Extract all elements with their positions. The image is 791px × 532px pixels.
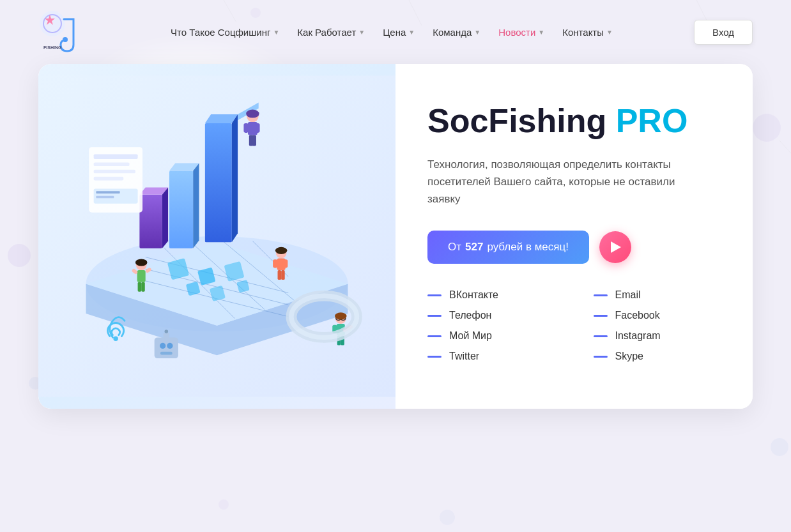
cta-prefix: От <box>448 241 461 254</box>
chevron-down-icon: ▼ <box>538 29 544 36</box>
svg-rect-47 <box>96 196 114 199</box>
cta-suffix: рублей в месяц! <box>487 241 569 254</box>
contact-dash-skype <box>594 356 608 358</box>
nav-links: Что Такое Соцфишинг ▼ Как Работает ▼ Цен… <box>164 22 619 43</box>
play-button[interactable] <box>599 231 631 263</box>
svg-text:FISHING: FISHING <box>43 45 62 50</box>
svg-point-78 <box>135 259 148 266</box>
nav-item-what[interactable]: Что Такое Соцфишинг ▼ <box>164 22 286 43</box>
nav-item-how[interactable]: Как Работает ▼ <box>291 22 371 43</box>
svg-rect-46 <box>96 191 119 194</box>
nav-item-contacts[interactable]: Контакты ▼ <box>556 22 619 43</box>
svg-marker-39 <box>162 188 168 248</box>
svg-marker-36 <box>193 163 199 248</box>
chevron-down-icon: ▼ <box>273 29 279 36</box>
svg-rect-37 <box>139 195 162 248</box>
navbar: FISHING Что Такое Соцфишинг ▼ Как Работа… <box>0 0 791 64</box>
contact-item-vk: ВКонтакте <box>427 289 555 301</box>
svg-line-10 <box>779 141 791 153</box>
cta-price: 527 <box>465 241 483 254</box>
svg-point-81 <box>113 337 118 341</box>
nav-item-team[interactable]: Команда ▼ <box>426 22 487 43</box>
svg-rect-30 <box>205 123 232 242</box>
chevron-down-icon: ▼ <box>358 29 365 36</box>
svg-rect-73 <box>137 270 146 282</box>
contact-grid: ВКонтакте Email Телефон Facebook Мой Мир… <box>427 289 721 362</box>
contact-item-email: Email <box>594 289 721 301</box>
svg-rect-42 <box>94 162 130 166</box>
contact-dash-vk <box>427 294 442 296</box>
contact-item-facebook: Facebook <box>594 310 721 321</box>
svg-point-6 <box>219 499 229 510</box>
svg-rect-44 <box>94 177 124 181</box>
svg-rect-53 <box>252 135 256 146</box>
svg-rect-43 <box>94 170 135 174</box>
contact-item-mymailru: Мой Мир <box>427 330 555 342</box>
svg-rect-77 <box>141 282 145 292</box>
contact-item-twitter: Twitter <box>427 351 555 362</box>
isometric-illustration <box>38 64 396 409</box>
hero-illustration <box>38 64 396 409</box>
contact-dash-phone <box>427 315 442 317</box>
contact-dash-mymailru <box>427 335 442 337</box>
svg-point-5 <box>440 510 455 525</box>
svg-rect-34 <box>169 171 193 248</box>
svg-point-71 <box>335 312 347 319</box>
logo-image: FISHING <box>38 10 89 54</box>
hero-subtitle: Технология, позволяющая определить конта… <box>427 156 696 208</box>
svg-point-84 <box>167 343 173 349</box>
svg-point-2 <box>753 114 781 142</box>
svg-rect-85 <box>160 352 173 355</box>
hero-card: SocFishing PRO Технология, позволяющая о… <box>38 64 753 409</box>
contact-dash-facebook <box>594 315 608 317</box>
logo[interactable]: FISHING <box>38 10 89 54</box>
nav-item-news[interactable]: Новости ▼ <box>492 22 551 43</box>
login-button[interactable]: Вход <box>694 20 753 45</box>
hero-title: SocFishing PRO <box>427 102 721 141</box>
svg-rect-51 <box>255 123 259 133</box>
contact-dash-instagram <box>594 335 608 337</box>
hero-text-section: SocFishing PRO Технология, позволяющая о… <box>396 64 753 409</box>
chevron-down-icon: ▼ <box>606 29 613 36</box>
svg-rect-50 <box>243 123 248 133</box>
cta-row: От 527 рублей в месяц! <box>427 231 721 264</box>
svg-rect-82 <box>155 337 178 358</box>
contact-dash-twitter <box>427 356 442 358</box>
chevron-down-icon: ▼ <box>474 29 480 36</box>
play-icon <box>611 241 621 253</box>
svg-point-54 <box>246 110 259 118</box>
svg-rect-59 <box>278 270 282 280</box>
svg-point-87 <box>165 330 169 333</box>
contact-dash-email <box>594 294 608 296</box>
svg-rect-58 <box>283 259 288 268</box>
contact-item-instagram: Instagram <box>594 330 721 342</box>
svg-rect-76 <box>138 282 142 292</box>
svg-point-13 <box>63 37 68 42</box>
svg-rect-41 <box>94 154 138 158</box>
nav-item-price[interactable]: Цена ▼ <box>376 22 421 43</box>
svg-point-3 <box>771 438 788 456</box>
contact-item-skype: Skype <box>594 351 721 362</box>
svg-point-83 <box>160 343 165 349</box>
svg-point-0 <box>8 244 31 267</box>
svg-point-61 <box>275 247 288 254</box>
chevron-down-icon: ▼ <box>408 29 415 36</box>
svg-marker-32 <box>232 114 238 242</box>
contact-item-phone: Телефон <box>427 310 555 321</box>
cta-button[interactable]: От 527 рублей в месяц! <box>427 231 589 264</box>
svg-rect-60 <box>281 270 285 280</box>
svg-rect-86 <box>164 333 169 338</box>
svg-rect-57 <box>273 259 277 268</box>
